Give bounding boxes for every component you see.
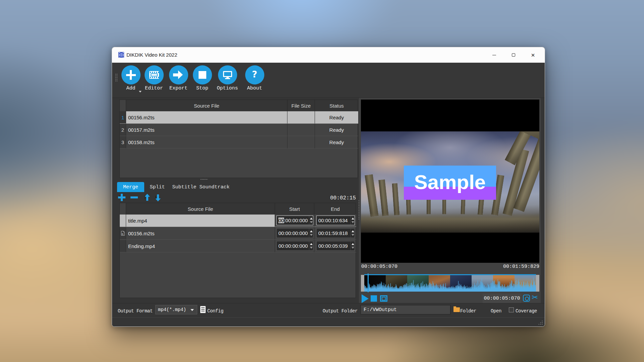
output-format-label: Output Format (118, 308, 153, 314)
col-clip-start[interactable]: Start (275, 203, 314, 215)
trim-handle-right[interactable] (536, 275, 539, 292)
header-gutter (120, 100, 126, 111)
app-icon (118, 52, 124, 58)
open-button[interactable]: Open (491, 308, 501, 314)
source-row-2[interactable]: 2 00157.m2ts Ready (120, 124, 358, 136)
source-row-3[interactable]: 3 00158.m2ts Ready (120, 136, 358, 148)
preview-end-time: 00:01:59:829 (482, 264, 539, 269)
about-button[interactable]: ? About (244, 65, 265, 91)
options-button[interactable]: Options (217, 65, 238, 91)
folder-button[interactable]: Folder (460, 308, 476, 314)
window-title: DIKDIK Video Kit 2022 (126, 52, 177, 58)
clip-table: Source File Start End title.mp4 00:00:00… (119, 203, 356, 298)
output-folder-field[interactable]: F:/VWOutput (361, 305, 450, 314)
spin-arrows[interactable] (309, 216, 313, 225)
title-bar: DIKDIK Video Kit 2022 ✕ (112, 47, 545, 63)
dropdown-caret-icon (191, 309, 194, 311)
current-time: 00:00:05:070 (483, 294, 521, 303)
source-table-header: Source File File Size Status (120, 100, 358, 111)
clip-row-3[interactable]: Ending.mp4 00:00:00:000 00:00:05:039 (120, 240, 356, 252)
start-spinbox-2[interactable]: 00:00:00:000 (276, 228, 313, 238)
col-status[interactable]: Status (315, 100, 358, 111)
folder-icon[interactable] (453, 307, 460, 312)
end-spinbox-1[interactable]: 00:00:10:634 (316, 216, 355, 225)
stop-playback-button[interactable] (371, 295, 377, 302)
clip-add-button[interactable]: + (118, 194, 125, 201)
clip-move-up-button[interactable]: ↑ (144, 194, 151, 201)
export-button[interactable]: Export (168, 65, 189, 91)
close-icon: ✕ (531, 53, 535, 58)
cut-button[interactable]: ✂ (532, 293, 538, 302)
output-folder-label: Output Folder (323, 308, 358, 314)
output-bar: Output Format mp4(*.mp4) Config Output F… (112, 303, 545, 318)
col-source-file[interactable]: Source File (126, 100, 287, 111)
options-icon (218, 65, 237, 84)
add-icon (121, 65, 141, 84)
minimize-icon (492, 55, 496, 55)
add-button[interactable]: Add (120, 65, 142, 91)
end-spinbox-3[interactable]: 00:00:05:039 (316, 241, 355, 251)
fullscreen-button[interactable] (380, 295, 387, 302)
tab-split[interactable]: Split (146, 182, 169, 192)
clip-move-down-button[interactable]: ↓ (154, 194, 162, 201)
col-clip-source[interactable]: Source File (126, 203, 275, 215)
source-file-table: Source File File Size Status 1 00156.m2t… (119, 100, 358, 178)
end-spinbox-2[interactable]: 00:01:59:818 (316, 228, 355, 238)
spin-arrows[interactable] (351, 241, 355, 250)
clip-table-header: Source File Start End (120, 203, 356, 215)
col-file-size[interactable]: File Size (287, 100, 315, 111)
app-window: DIKDIK Video Kit 2022 ✕ Add Editor Expor… (112, 47, 545, 327)
start-spinbox-3[interactable]: 00:00:00:000 (276, 241, 313, 251)
toolbar-grip[interactable] (115, 73, 117, 82)
sample-watermark: Sample (404, 166, 496, 200)
preview-start-time: 00:00:05:070 (361, 264, 397, 269)
close-button[interactable]: ✕ (525, 47, 541, 63)
clip-remove-button[interactable]: − (130, 194, 138, 201)
tab-subtitle-soundtrack[interactable]: Subtitle Soundtrack (172, 182, 229, 192)
total-duration: 00:02:15 (300, 195, 356, 201)
coverage-label[interactable]: Coverage (516, 308, 537, 314)
editor-button[interactable]: Editor (143, 65, 165, 91)
spin-arrows[interactable] (351, 216, 355, 225)
spin-arrows[interactable] (351, 229, 355, 238)
play-button[interactable] (362, 294, 369, 303)
trim-handle-left[interactable] (361, 275, 364, 292)
snapshot-button[interactable] (523, 295, 530, 302)
config-icon[interactable] (200, 306, 206, 313)
main-toolbar: Add Editor Export Stop Options ? About (112, 63, 545, 98)
tab-merge[interactable]: Merge (117, 182, 144, 192)
status-bar (112, 317, 545, 326)
audio-waveform (364, 276, 536, 292)
source-row-1[interactable]: 1 00156.m2ts Ready (120, 111, 358, 124)
vertical-splitter[interactable] (358, 200, 360, 220)
spin-arrows[interactable] (309, 241, 313, 250)
coverage-checkbox[interactable] (509, 307, 514, 312)
maximize-icon (512, 53, 515, 57)
clip-header-gutter (120, 203, 126, 215)
stop-icon (193, 65, 212, 84)
timeline-strip[interactable] (361, 274, 539, 292)
maximize-button[interactable] (506, 47, 521, 63)
clip-row-1[interactable]: title.mp4 00:00:00:000 00:00:10:634 (120, 215, 356, 227)
spin-arrows[interactable] (309, 229, 313, 238)
resize-grip[interactable] (538, 320, 543, 325)
editor-icon (145, 65, 164, 84)
clip-row-2[interactable]: 00156.m2ts 00:00:00:000 00:01:59:818 (120, 227, 356, 240)
export-icon (169, 65, 188, 84)
format-dropdown[interactable]: mp4(*.mp4) (155, 305, 197, 314)
stop-button[interactable]: Stop (192, 65, 213, 91)
config-label[interactable]: Config (207, 308, 223, 314)
clip-file-icon (121, 231, 125, 236)
playhead[interactable] (368, 274, 369, 292)
minimize-button[interactable] (486, 47, 502, 63)
horizontal-splitter[interactable] (200, 179, 208, 180)
add-dropdown-caret (139, 91, 142, 93)
video-preview[interactable]: Sample (361, 100, 539, 263)
about-icon: ? (245, 65, 264, 84)
col-clip-end[interactable]: End (314, 203, 356, 215)
start-spinbox-1[interactable]: 00:00:00:000 (276, 216, 313, 225)
